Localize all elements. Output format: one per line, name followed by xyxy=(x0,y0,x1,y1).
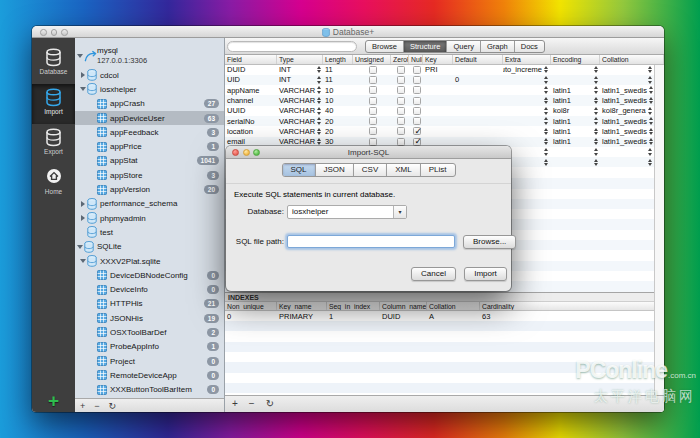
extra-stepper-icon[interactable] xyxy=(542,148,549,157)
extra-stepper-icon[interactable] xyxy=(542,96,549,105)
sql-file-path-input[interactable] xyxy=(287,235,455,248)
add-field-button[interactable]: + xyxy=(232,398,238,410)
unsigned-checkbox[interactable] xyxy=(369,66,377,74)
refresh-fields-button[interactable]: ↻ xyxy=(266,398,274,410)
type-stepper-icon[interactable] xyxy=(315,96,322,105)
tree-item-iosxhelper[interactable]: iosxhelper xyxy=(75,82,224,96)
collation-stepper-icon[interactable] xyxy=(646,75,653,84)
index-column-header-collation[interactable]: Collation xyxy=(427,302,480,310)
nullable-checkbox[interactable] xyxy=(413,76,421,84)
type-stepper-icon[interactable] xyxy=(315,75,322,84)
collation-stepper-icon[interactable] xyxy=(647,127,654,136)
type-stepper-icon[interactable] xyxy=(315,127,322,136)
field-row[interactable]: channelVARCHAR10latin1latin1_swedis xyxy=(225,95,654,105)
unsigned-checkbox[interactable] xyxy=(369,127,377,135)
dialog-titlebar[interactable]: Import-SQL xyxy=(226,146,511,159)
extra-stepper-icon[interactable] xyxy=(542,65,549,74)
nullable-checkbox[interactable] xyxy=(413,127,421,135)
type-stepper-icon[interactable] xyxy=(315,117,322,126)
extra-stepper-icon[interactable] xyxy=(542,137,549,146)
disclosure-open-icon[interactable] xyxy=(79,259,87,263)
collation-stepper-icon[interactable] xyxy=(646,106,653,115)
disclosure-open-icon[interactable] xyxy=(76,245,84,249)
column-header-type[interactable]: Type xyxy=(277,55,323,64)
tree-item-jsonhis[interactable]: JSONHis19 xyxy=(75,311,224,325)
unsigned-checkbox[interactable] xyxy=(369,138,377,146)
browse-button[interactable]: Browse... xyxy=(463,235,516,249)
encoding-stepper-icon[interactable] xyxy=(592,75,599,84)
tree-item-xxxv2plat.sqlite[interactable]: XXXV2Plat.sqlite xyxy=(75,254,224,268)
database-select[interactable]: iosxhelper ▾ xyxy=(287,205,407,219)
column-header-zerofill[interactable]: ZeroFill xyxy=(391,55,409,64)
tree-item-phpmyadmin[interactable]: phpmyadmin xyxy=(75,211,224,225)
encoding-stepper-icon[interactable] xyxy=(592,127,599,136)
index-column-header-key_name[interactable]: Key_name xyxy=(277,302,327,310)
tree-item-deviceinfo[interactable]: DeviceInfo0 xyxy=(75,282,224,296)
tree-item-xxxbuttontoolbaritem[interactable]: XXXButtonToolBarItem0 xyxy=(75,383,224,397)
encoding-stepper-icon[interactable] xyxy=(592,158,599,167)
tree-item-test[interactable]: test xyxy=(75,225,224,239)
tree-item-appstore[interactable]: appStore3 xyxy=(75,168,224,182)
encoding-stepper-icon[interactable] xyxy=(592,137,599,146)
zerofill-checkbox[interactable] xyxy=(397,76,405,84)
zerofill-checkbox[interactable] xyxy=(397,86,405,94)
collation-stepper-icon[interactable] xyxy=(647,137,654,146)
encoding-stepper-icon[interactable] xyxy=(592,148,599,157)
nullable-checkbox[interactable] xyxy=(413,86,421,94)
tree-item-cdcol[interactable]: cdcol xyxy=(75,68,224,82)
zerofill-checkbox[interactable] xyxy=(397,107,405,115)
column-header-unsigned[interactable]: Unsigned xyxy=(353,55,391,64)
encoding-stepper-icon[interactable] xyxy=(592,86,599,95)
remove-field-button[interactable]: − xyxy=(249,398,255,410)
disclosure-open-icon[interactable] xyxy=(76,54,84,58)
column-header-key[interactable]: Key xyxy=(423,55,453,64)
encoding-stepper-icon[interactable] xyxy=(592,65,599,74)
unsigned-checkbox[interactable] xyxy=(369,76,377,84)
extra-stepper-icon[interactable] xyxy=(542,127,549,136)
tree-item-appversion[interactable]: appVersion20 xyxy=(75,182,224,196)
index-row[interactable]: 0PRIMARY1DUIDA63 xyxy=(225,311,654,321)
collation-stepper-icon[interactable] xyxy=(646,148,653,157)
zerofill-checkbox[interactable] xyxy=(397,117,405,125)
sidebar-item-home[interactable]: Home xyxy=(32,164,75,204)
column-header-extra[interactable]: Extra xyxy=(503,55,551,64)
field-row[interactable]: locationVARCHAR20latin1latin1_swedis xyxy=(225,126,654,136)
cancel-button[interactable]: Cancel xyxy=(411,267,456,281)
tree-item-appfeedback[interactable]: appFeedback3 xyxy=(75,125,224,139)
column-header-length[interactable]: Length xyxy=(323,55,353,64)
type-stepper-icon[interactable] xyxy=(315,106,322,115)
tree-item-project[interactable]: Project0 xyxy=(75,354,224,368)
field-row[interactable]: serialNoVARCHAR20latin1latin1_swedis xyxy=(225,116,654,126)
tab-graph[interactable]: Graph xyxy=(481,41,515,52)
type-stepper-icon[interactable] xyxy=(315,137,322,146)
extra-stepper-icon[interactable] xyxy=(542,86,549,95)
zerofill-checkbox[interactable] xyxy=(397,66,405,74)
disclosure-closed-icon[interactable] xyxy=(79,215,87,221)
encoding-stepper-icon[interactable] xyxy=(592,106,599,115)
index-column-header-seq_in_index[interactable]: Seq_in_index xyxy=(327,302,380,310)
tab-structure[interactable]: Structure xyxy=(404,41,447,52)
tree-item-mysql[interactable]: mysql127.0.0.1:3306 xyxy=(75,44,224,68)
type-stepper-icon[interactable] xyxy=(315,65,322,74)
tab-docs[interactable]: Docs xyxy=(515,41,544,52)
filter-field[interactable] xyxy=(227,41,357,52)
sidebar-item-database[interactable]: Database xyxy=(32,44,75,84)
add-item-button[interactable]: + xyxy=(80,400,85,412)
tree-item-sqlite[interactable]: SQLite xyxy=(75,240,224,254)
sidebar-item-import[interactable]: Import xyxy=(32,84,75,124)
import-tab-plist[interactable]: PList xyxy=(421,164,455,176)
extra-stepper-icon[interactable] xyxy=(542,158,549,167)
nullable-checkbox[interactable] xyxy=(413,97,421,105)
tree-item-httphis[interactable]: HTTPHis21 xyxy=(75,297,224,311)
nullable-checkbox[interactable] xyxy=(413,66,421,74)
import-tab-json[interactable]: JSON xyxy=(315,164,353,176)
unsigned-checkbox[interactable] xyxy=(369,117,377,125)
unsigned-checkbox[interactable] xyxy=(369,107,377,115)
tree-item-appstat[interactable]: appStat1041 xyxy=(75,154,224,168)
nullable-checkbox[interactable] xyxy=(413,107,421,115)
tree-item-performance_schema[interactable]: performance_schema xyxy=(75,197,224,211)
extra-stepper-icon[interactable] xyxy=(542,75,549,84)
dropdown-arrow-icon[interactable]: ▾ xyxy=(393,206,406,218)
encoding-stepper-icon[interactable] xyxy=(592,117,599,126)
collation-stepper-icon[interactable] xyxy=(647,86,654,95)
